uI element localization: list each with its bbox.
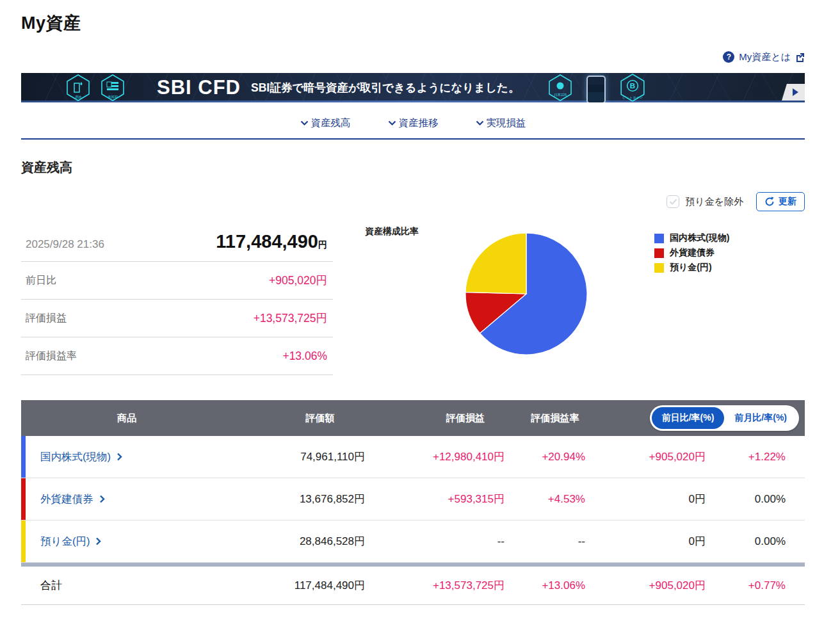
chevron-right-icon	[99, 495, 105, 503]
row-color-strip	[21, 520, 26, 562]
asset-balance-heading: 資産残高	[21, 159, 805, 176]
bitcoin-hexagon-icon: B ビットコイン	[620, 74, 645, 102]
tab-asset-balance[interactable]: 資産残高	[300, 117, 351, 130]
toggle-day-change[interactable]: 前日比/率(%)	[652, 407, 725, 429]
chevron-down-icon	[300, 120, 309, 126]
jp225-hexagon-icon: 日本225	[548, 74, 572, 101]
banner-right-icons: 日本225 B ビットコイン	[548, 73, 645, 102]
toggle-month-change[interactable]: 前月比/率(%)	[724, 407, 797, 429]
table-row-total: 合計 117,484,490円 +13,573,725円 +13.06% +90…	[21, 567, 805, 605]
chart-title: 資産構成比率	[365, 226, 419, 238]
checkmark-icon	[669, 198, 677, 205]
svg-text:原油: 原油	[75, 95, 81, 99]
tab-asset-trend[interactable]: 資産推移	[388, 117, 439, 130]
play-icon	[793, 88, 798, 96]
table-row-deposit: 預り金(円) 28,846,528円 -- -- 0円 0.00%	[21, 520, 805, 563]
chevron-right-icon	[117, 453, 122, 461]
asset-pie	[462, 230, 590, 358]
cfd-ad-banner[interactable]: 原油 米国30 SBI CFD SBI証券で暗号資産が取引できるようになりました…	[21, 73, 805, 102]
foreign-bond-link[interactable]: 外貨建債券	[40, 492, 93, 506]
pie-chart	[462, 230, 590, 360]
banner-play-button[interactable]	[782, 84, 805, 101]
banner-message: SBI証券で暗号資産が取引できるようになりました。	[251, 80, 520, 95]
asset-table: 商品 評価額 評価損益 評価損益率 前日比/率(%) 前月比/率(%) 国内株式…	[21, 400, 805, 605]
us30-hexagon-icon: 米国30	[101, 74, 125, 101]
section-nav: 資産残高 資産推移 実現損益	[21, 117, 805, 140]
legend-item: 外貨建債券	[654, 247, 729, 259]
chevron-down-icon	[476, 120, 484, 126]
col-value: 評価額	[232, 412, 367, 424]
svg-text:米国30: 米国30	[108, 95, 118, 99]
svg-text:B: B	[629, 82, 634, 90]
col-product: 商品	[21, 412, 232, 424]
summary-and-chart: 2025/9/28 21:36 117,484,490円 前日比 +905,02…	[21, 223, 805, 378]
banner-brand: SBI CFD	[157, 76, 241, 99]
period-toggle: 前日比/率(%) 前月比/率(%)	[650, 405, 799, 431]
day-change-row: 前日比 +905,020円	[21, 262, 333, 300]
valuation-pl-rate-row: 評価損益率 +13.06%	[21, 337, 333, 375]
exclude-deposit-checkbox[interactable]	[666, 195, 679, 208]
smartphone-icon	[586, 76, 606, 102]
banner-left-icons: 原油 米国30	[66, 74, 125, 101]
oil-hexagon-icon: 原油	[66, 74, 90, 101]
exclude-deposit-label: 預り金を除外	[685, 196, 743, 208]
svg-text:日本225: 日本225	[553, 93, 566, 97]
col-pl: 評価損益	[367, 412, 506, 424]
row-color-strip	[21, 478, 26, 520]
my-assets-help-link[interactable]: My資産とは	[739, 51, 791, 63]
total-asset-value: 117,484,490円	[216, 231, 327, 252]
legend-item: 預り金(円)	[654, 262, 729, 273]
asset-composition-chart: 資産構成比率 国内株式(現物) 外貨建債券 預り金(円)	[333, 223, 805, 378]
legend-swatch-foreign-bond	[654, 248, 664, 258]
domestic-stock-link[interactable]: 国内株式(現物)	[40, 450, 111, 464]
total-asset-row: 2025/9/28 21:36 117,484,490円	[21, 223, 333, 262]
refresh-button[interactable]: 更新	[756, 192, 805, 211]
tab-realized-pl[interactable]: 実現損益	[476, 117, 526, 130]
chevron-down-icon	[388, 120, 396, 126]
row-color-strip	[21, 436, 26, 478]
table-row-foreign-bond: 外貨建債券 13,676,852円 +593,315円 +4.53% 0円 0.…	[21, 478, 805, 520]
table-header: 商品 評価額 評価損益 評価損益率 前日比/率(%) 前月比/率(%)	[21, 400, 805, 436]
chart-controls: 預り金を除外 更新	[21, 191, 805, 212]
col-pl-rate: 評価損益率	[506, 412, 587, 424]
refresh-icon	[764, 197, 775, 207]
help-row: ? My資産とは	[21, 50, 805, 64]
legend-item: 国内株式(現物)	[654, 232, 729, 244]
my-assets-page: My資産 ? My資産とは 原油 米国30 SBI CFD SBI証券で暗号資産…	[0, 0, 840, 618]
valuation-pl-row: 評価損益 +13,573,725円	[21, 300, 333, 337]
page-title: My資産	[21, 12, 805, 35]
asset-summary: 2025/9/28 21:36 117,484,490円 前日比 +905,02…	[21, 223, 333, 378]
legend-swatch-deposit	[654, 263, 664, 273]
legend-swatch-domestic-stock	[654, 234, 664, 243]
table-row-domestic-stock: 国内株式(現物) 74,961,110円 +12,980,410円 +20.94…	[21, 436, 805, 478]
external-link-icon[interactable]	[795, 52, 805, 62]
help-question-icon: ?	[723, 51, 734, 63]
deposit-link[interactable]: 預り金(円)	[40, 535, 90, 549]
chevron-right-icon	[95, 537, 101, 545]
svg-text:ビットコイン: ビットコイン	[622, 95, 642, 99]
chart-legend: 国内株式(現物) 外貨建債券 預り金(円)	[654, 232, 729, 273]
asset-timestamp: 2025/9/28 21:36	[26, 238, 104, 251]
